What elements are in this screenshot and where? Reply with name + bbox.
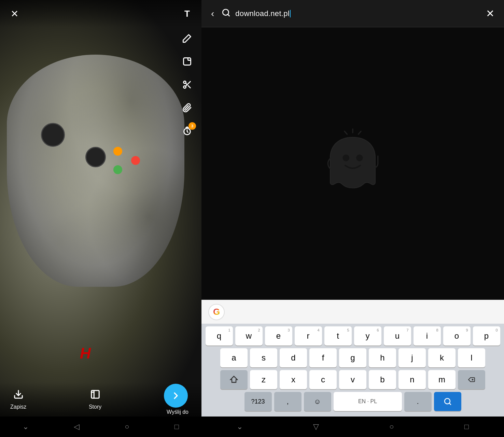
key-b[interactable]: b bbox=[369, 370, 396, 389]
snapchat-ghost-svg bbox=[315, 126, 390, 201]
key-j[interactable]: j bbox=[398, 348, 426, 367]
key-x[interactable]: x bbox=[280, 370, 307, 389]
close-button[interactable]: ✕ bbox=[7, 6, 22, 21]
key-z[interactable]: z bbox=[250, 370, 277, 389]
google-g-letter: G bbox=[213, 307, 220, 317]
text-tool-button[interactable]: T bbox=[180, 6, 195, 21]
google-bar: G bbox=[201, 300, 504, 324]
brand-logo: H bbox=[75, 345, 96, 362]
key-l[interactable]: l bbox=[458, 348, 485, 367]
nav-right-home-icon[interactable]: ○ bbox=[389, 422, 394, 431]
key-comma[interactable]: , bbox=[274, 392, 302, 411]
key-backspace[interactable] bbox=[458, 370, 485, 389]
key-k[interactable]: k bbox=[428, 348, 456, 367]
key-q[interactable]: q1 bbox=[206, 326, 233, 346]
story-icon bbox=[90, 389, 100, 402]
pencil-icon bbox=[182, 33, 192, 43]
svg-line-19 bbox=[449, 403, 450, 405]
story-label: Story bbox=[89, 404, 101, 410]
key-a[interactable]: a bbox=[220, 348, 248, 367]
right-top-bar: ‹ download.net.pl ✕ bbox=[201, 0, 504, 27]
sticker-icon bbox=[182, 57, 192, 66]
key-y[interactable]: y6 bbox=[354, 326, 381, 346]
key-c[interactable]: c bbox=[309, 370, 337, 389]
nav-back-icon[interactable]: ◁ bbox=[74, 422, 80, 431]
paperclip-tool-button[interactable] bbox=[180, 100, 195, 115]
key-m[interactable]: m bbox=[428, 370, 456, 389]
save-label: Zapisz bbox=[10, 404, 26, 410]
btn-a bbox=[113, 165, 122, 174]
pencil-tool-button[interactable] bbox=[180, 31, 195, 46]
key-u[interactable]: u7 bbox=[384, 326, 411, 346]
key-g[interactable]: g bbox=[339, 348, 366, 367]
left-top-bar: ✕ T bbox=[0, 0, 201, 27]
key-d[interactable]: d bbox=[280, 348, 307, 367]
btn-b bbox=[131, 156, 140, 165]
send-button[interactable] bbox=[164, 384, 188, 408]
paperclip-icon bbox=[182, 103, 192, 113]
nav-right-recents-icon[interactable]: □ bbox=[464, 422, 469, 431]
key-s[interactable]: s bbox=[250, 348, 277, 367]
key-emoji[interactable]: ☺ bbox=[304, 392, 331, 411]
key-shift[interactable] bbox=[220, 370, 248, 389]
timer-tool-button[interactable]: 3 bbox=[180, 124, 195, 139]
right-toolbar: 3 bbox=[180, 31, 195, 139]
svg-line-7 bbox=[228, 14, 229, 16]
browser-content bbox=[201, 27, 504, 300]
key-v[interactable]: v bbox=[339, 370, 366, 389]
nav-right-down-icon[interactable]: ⌄ bbox=[237, 422, 243, 431]
nav-home-icon[interactable]: ○ bbox=[125, 422, 129, 431]
sticker-tool-button[interactable] bbox=[180, 54, 195, 69]
url-cursor bbox=[290, 10, 291, 17]
key-period[interactable]: . bbox=[404, 392, 432, 411]
key-search[interactable] bbox=[434, 392, 461, 411]
key-e[interactable]: e3 bbox=[265, 326, 292, 346]
key-p[interactable]: p0 bbox=[473, 326, 500, 346]
left-panel: H ✕ T bbox=[0, 0, 201, 437]
key-w[interactable]: w2 bbox=[235, 326, 263, 346]
nav-down-icon[interactable]: ⌄ bbox=[23, 422, 29, 431]
timer-badge: 3 bbox=[188, 122, 196, 130]
key-123[interactable]: ?123 bbox=[244, 392, 272, 411]
key-o[interactable]: o9 bbox=[443, 326, 471, 346]
svg-line-11 bbox=[359, 131, 361, 134]
nav-bar-right: ⌄ ▽ ○ □ bbox=[201, 417, 504, 437]
keyboard: q1 w2 e3 r4 t5 y6 u7 i8 o9 p0 a s d f g … bbox=[201, 324, 504, 417]
svg-point-9 bbox=[356, 155, 363, 161]
ghost-illustration bbox=[315, 126, 390, 201]
keyboard-row-1: q1 w2 e3 r4 t5 y6 u7 i8 o9 p0 bbox=[203, 326, 503, 346]
key-n[interactable]: n bbox=[398, 370, 426, 389]
left-stick bbox=[41, 123, 65, 147]
keyboard-row-4: ?123 , ☺ EN · PL . bbox=[203, 392, 503, 411]
browser-search-icon bbox=[222, 8, 230, 19]
send-label[interactable]: Wyślij do bbox=[167, 409, 188, 415]
url-text: download.net.pl bbox=[235, 9, 290, 18]
google-logo-button[interactable]: G bbox=[208, 304, 225, 320]
keyboard-row-2: a s d f g h j k l bbox=[203, 348, 503, 367]
story-button[interactable]: Story bbox=[89, 389, 101, 410]
keyboard-row-3: z x c v b n m bbox=[203, 370, 503, 389]
left-bottom-bar: Zapisz Story Wyślij do bbox=[0, 382, 201, 417]
key-r[interactable]: r4 bbox=[295, 326, 322, 346]
nav-right-back-icon[interactable]: ▽ bbox=[313, 422, 319, 431]
key-space[interactable]: EN · PL bbox=[334, 392, 402, 411]
url-bar[interactable]: download.net.pl bbox=[235, 9, 478, 18]
svg-point-8 bbox=[342, 155, 349, 161]
save-button[interactable]: Zapisz bbox=[10, 389, 26, 410]
svg-line-12 bbox=[345, 131, 347, 134]
browser-close-button[interactable]: ✕ bbox=[483, 8, 497, 19]
right-panel: ‹ download.net.pl ✕ bbox=[201, 0, 504, 437]
scissors-tool-button[interactable] bbox=[180, 77, 195, 92]
svg-rect-5 bbox=[91, 390, 99, 398]
key-f[interactable]: f bbox=[309, 348, 337, 367]
key-h[interactable]: h bbox=[369, 348, 396, 367]
nav-recents-icon[interactable]: □ bbox=[174, 422, 179, 431]
key-i[interactable]: i8 bbox=[414, 326, 441, 346]
nav-bar-left: ⌄ ◁ ○ □ bbox=[0, 417, 201, 437]
key-t[interactable]: t5 bbox=[324, 326, 352, 346]
browser-back-button[interactable]: ‹ bbox=[208, 8, 217, 19]
right-stick bbox=[85, 147, 106, 167]
send-area: Wyślij do bbox=[164, 384, 191, 415]
scissors-icon bbox=[182, 80, 192, 89]
btn-y bbox=[113, 147, 122, 156]
